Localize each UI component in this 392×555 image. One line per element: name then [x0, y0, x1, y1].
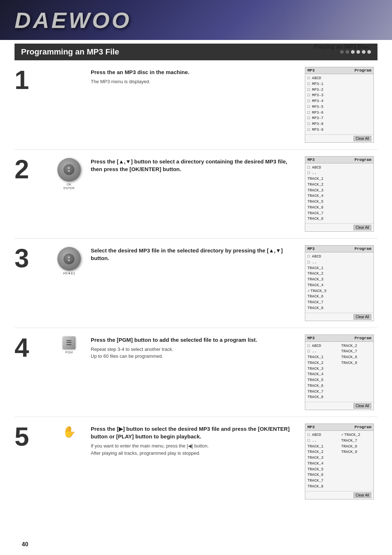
clear-all-button-3[interactable]: Clear All — [354, 314, 371, 320]
screen-4-header: MP3 Program — [305, 335, 373, 342]
step-2-screen: MP3 Program □ ABCD □ .. TRACK_1 TRACK_2 … — [305, 156, 377, 232]
screen-5-row-7: TRACK_6 — [307, 472, 338, 478]
screen-1-row-3: □ MP3-3 — [307, 93, 371, 98]
screen-4-prog-1: TRACK_7 — [341, 349, 371, 355]
screen-2-row-4: TRACK_3 — [307, 188, 371, 194]
step-4-desc2: Up to 60 files can be programmed. — [91, 353, 298, 360]
page-section-label: Playing an MP3 Disc — [314, 44, 370, 50]
screen-1-row-6: □ MP3-6 — [307, 110, 371, 116]
step-4-text-col: Press the [PGM] button to add the select… — [91, 335, 298, 360]
screen-3-col1: MP3 — [307, 247, 315, 251]
dot-4 — [356, 50, 360, 54]
dot-5 — [362, 50, 366, 54]
step-3-icon-col: ▲▼ PR▼E3 — [54, 245, 83, 275]
screen-1-body: □ ABCD □ MP3-1 □ MP3-2 □ MP3-3 □ MP3-4 □… — [305, 74, 373, 134]
main-content: 1 Press the an MP3 disc in the machine. … — [0, 60, 392, 520]
step-2-title: Press the [▲,▼] button to select a direc… — [91, 158, 298, 173]
screen-3-row-2: TRACK_1 — [307, 266, 371, 271]
step-5-icon-col: ✋ — [54, 424, 83, 438]
dots-decoration — [340, 50, 371, 54]
step-2-number: 2 — [15, 156, 29, 182]
step-4-number-col: 4 — [15, 335, 47, 361]
screen-5-row-4: TRACK_3 — [307, 455, 338, 461]
screen-1-row-5: □ MP3-5 — [307, 104, 371, 110]
section-title: Programming an MP3 File — [21, 47, 119, 57]
screen-4-right: TRACK_2 TRACK_7 TRACK_6 TRACK_9 — [341, 343, 371, 401]
screen-5-row-3: TRACK_2 — [307, 449, 338, 455]
screen-1-row-0: □ ABCD — [307, 76, 371, 81]
nav-button-inner-1: ▲▼ — [64, 164, 74, 175]
dot-6 — [367, 50, 371, 54]
step-2-icon-col: ▲▼ OKENTER — [54, 156, 83, 190]
screen-3-row-7: TRACK_6 — [307, 294, 371, 300]
nav-button-inner-2: ▲▼ — [64, 254, 74, 264]
dot-1 — [340, 50, 344, 54]
pgm-button-icon: ☰ — [62, 336, 75, 349]
screen-1-col2: Program — [355, 68, 371, 73]
step-1-number: 1 — [15, 67, 29, 93]
step-4-screen: MP3 Program □ ABCD □ .. TRACK_1 TRACK_2 … — [305, 335, 377, 410]
screen-5-col1: MP3 — [307, 425, 315, 429]
screen-1-row-8: □ MP3-8 — [307, 121, 371, 127]
screen-4-col1: MP3 — [307, 336, 315, 340]
screen-5-row-9: TRACK_8 — [307, 484, 338, 490]
screen-2-row-3: TRACK_2 — [307, 182, 371, 188]
step-1-title: Press the an MP3 disc in the machine. — [91, 68, 298, 76]
screen-2-row-8: TRACK_7 — [307, 211, 371, 216]
screen-5-row-5: TRACK_4 — [307, 461, 338, 467]
screen-5-footer: Clear All — [305, 491, 373, 499]
step-3-title: Select the desired MP3 file in the selec… — [91, 247, 298, 262]
step-5-number: 5 — [15, 424, 29, 450]
clear-all-button-5[interactable]: Clear All — [354, 493, 371, 498]
step-4-title: Press the [PGM] button to add the select… — [91, 336, 298, 344]
step-2-text-col: Press the [▲,▼] button to select a direc… — [91, 156, 298, 175]
screen-2-header: MP3 Program — [305, 157, 373, 163]
screen-1-row-4: □ MP3-4 — [307, 98, 371, 104]
screen-3-header: MP3 Program — [305, 246, 373, 252]
step-3-text-col: Select the desired MP3 file in the selec… — [91, 245, 298, 264]
screen-5-row-6: TRACK_5 — [307, 467, 338, 473]
brand-logo: DAEWOO — [15, 7, 131, 33]
step-5-row: 5 ✋ Press the [▶] button to select the d… — [15, 417, 377, 506]
screen-4-row-8: TRACK_7 — [307, 389, 338, 395]
screen-4-prog-2: TRACK_6 — [341, 355, 371, 360]
step-1-text-col: Press the an MP3 disc in the machine. Th… — [91, 67, 298, 85]
screen-1-col1: MP3 — [307, 68, 315, 73]
screen-5-row-0: □ ABCD — [307, 432, 338, 438]
screen-3-row-8: TRACK_7 — [307, 300, 371, 305]
clear-all-button-1[interactable]: Clear All — [354, 136, 371, 141]
nav-label-ok1: OKENTER — [64, 183, 75, 190]
screen-4-row-6: TRACK_5 — [307, 377, 338, 383]
step-3-number: 3 — [15, 245, 29, 271]
screen-2-row-6: TRACK_5 — [307, 199, 371, 205]
screen-2-row-9: TRACK_8 — [307, 216, 371, 222]
clear-all-button-2[interactable]: Clear All — [354, 225, 371, 230]
screen-2-row-0: □ ABCD — [307, 165, 371, 171]
screen-4-row-9: TRACK_8 — [307, 394, 338, 400]
screen-4-body: □ ABCD □ .. TRACK_1 TRACK_2 TRACK_3 TRAC… — [305, 342, 373, 402]
screen-4-row-1: □ .. — [307, 349, 338, 355]
play-hand-icon: ✋ — [62, 425, 76, 438]
screen-5-prog-0: ✓ TRACK_2 — [341, 432, 371, 438]
screen-2-col2: Program — [355, 158, 371, 162]
screen-mockup-4: MP3 Program □ ABCD □ .. TRACK_1 TRACK_2 … — [305, 335, 374, 410]
screen-1-row-9: □ MP3-9 — [307, 127, 371, 133]
screen-5-prog-1: TRACK_7 — [341, 438, 371, 444]
step-5-desc1: If you want to enter the main menu, pres… — [91, 442, 298, 450]
screen-3-row-5: TRACK_4 — [307, 283, 371, 288]
screen-3-row-9: TRACK_8 — [307, 305, 371, 311]
screen-4-row-5: TRACK_4 — [307, 372, 338, 377]
clear-all-button-4[interactable]: Clear All — [354, 403, 371, 409]
screen-3-row-0: □ ABCD — [307, 254, 371, 260]
screen-2-row-7: TRACK_6 — [307, 205, 371, 211]
screen-5-left: □ ABCD □ .. TRACK_1 TRACK_2 TRACK_3 TRAC… — [307, 432, 338, 490]
screen-3-footer: Clear All — [305, 313, 373, 321]
screen-5-header: MP3 Program — [305, 424, 373, 431]
screen-3-row-3: TRACK_2 — [307, 271, 371, 277]
screen-5-row-1: □ .. — [307, 438, 338, 444]
step-1-desc: The MP3 menu is displayed. — [91, 78, 298, 85]
step-4-desc1: Repeat step 3-4 to select another track. — [91, 346, 298, 353]
nav-arrows-2: ▲▼ — [68, 255, 71, 263]
screen-mockup-3: MP3 Program □ ABCD □ .. TRACK_1 TRACK_2 … — [305, 245, 374, 321]
step-2-number-col: 2 — [15, 156, 47, 182]
